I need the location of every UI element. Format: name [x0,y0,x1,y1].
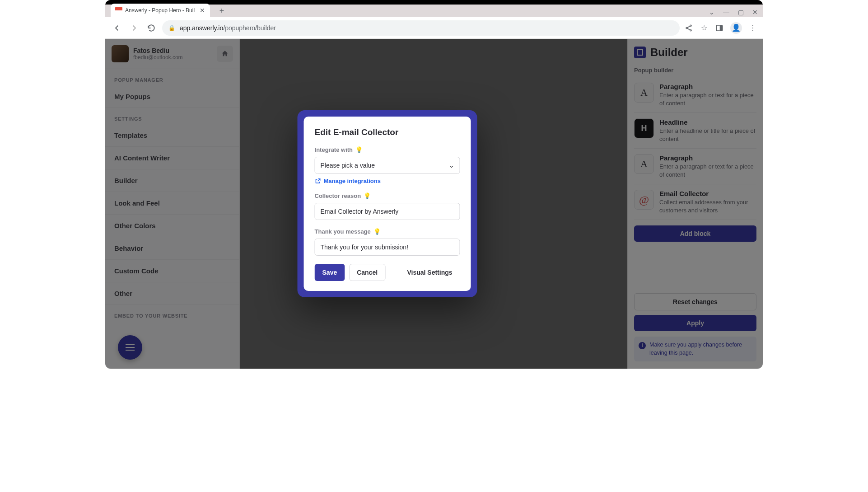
tab-bar: Answerly - Popup Hero - Buil ✕ + ⌄ — ▢ ✕ [105,0,763,17]
modal-outer: Edit E-mail Collector Integrate with💡 Pl… [298,110,477,297]
collector-reason-label: Collector reason💡 [315,192,460,199]
lock-icon: 🔒 [168,25,175,31]
select-value: Please pick a value [321,162,375,169]
profile-avatar-icon[interactable]: 👤 [730,22,742,34]
new-tab-button[interactable]: + [215,5,228,17]
app-body: Fatos Bediu fbediu@outlook.com POPUP MAN… [105,39,763,369]
reload-button[interactable] [145,22,158,34]
maximize-icon[interactable]: ▢ [737,9,744,15]
toolbar-right: ☆ 👤 ⋮ [684,22,757,34]
close-tab-icon[interactable]: ✕ [199,7,205,14]
bookmark-icon[interactable]: ☆ [700,23,709,33]
visual-settings-button[interactable]: Visual Settings [399,264,460,281]
manage-integrations-link[interactable]: Manage integrations [315,178,460,184]
integrate-with-label: Integrate with💡 [315,146,460,153]
close-window-icon[interactable]: ✕ [752,9,758,15]
share-icon[interactable] [684,23,693,33]
tab-title: Answerly - Popup Hero - Buil [125,7,196,14]
browser-chrome: Answerly - Popup Hero - Buil ✕ + ⌄ — ▢ ✕ [105,0,763,39]
edit-email-collector-modal: Edit E-mail Collector Integrate with💡 Pl… [304,117,471,291]
cancel-button[interactable]: Cancel [349,264,385,281]
forward-button[interactable] [128,22,140,34]
url-path: /popuphero/builder [223,24,276,32]
browser-tab[interactable]: Answerly - Popup Hero - Buil ✕ [111,4,210,17]
url-input[interactable]: 🔒 app.answerly.io/popuphero/builder [162,20,680,36]
svg-point-1 [686,27,687,28]
back-button[interactable] [111,22,123,34]
save-button[interactable]: Save [315,264,345,281]
thank-you-label: Thank you message💡 [315,228,460,235]
hint-icon[interactable]: 💡 [355,146,363,153]
modal-title: Edit E-mail Collector [315,127,460,137]
integrate-select[interactable]: Please pick a value ⌄ [315,157,460,174]
svg-point-2 [690,29,691,31]
url-host: app.answerly.io [180,24,223,32]
viewport: Answerly - Popup Hero - Buil ✕ + ⌄ — ▢ ✕ [105,0,763,369]
thank-you-input[interactable] [315,239,460,256]
hint-icon[interactable]: 💡 [373,228,381,235]
svg-point-0 [690,25,691,26]
hint-icon[interactable]: 💡 [364,192,371,199]
modal-overlay[interactable]: Edit E-mail Collector Integrate with💡 Pl… [105,39,763,369]
minimize-icon[interactable]: — [723,9,729,15]
svg-rect-4 [720,25,723,31]
window-controls: ⌄ — ▢ ✕ [709,9,758,15]
side-panel-icon[interactable] [715,23,724,33]
collector-reason-input[interactable] [315,203,460,220]
address-bar: 🔒 app.answerly.io/popuphero/builder ☆ 👤 … [105,17,763,38]
kebab-menu-icon[interactable]: ⋮ [748,23,757,33]
chevron-down-icon[interactable]: ⌄ [709,9,715,15]
favicon-icon [115,7,122,14]
chevron-down-icon: ⌄ [449,162,454,169]
